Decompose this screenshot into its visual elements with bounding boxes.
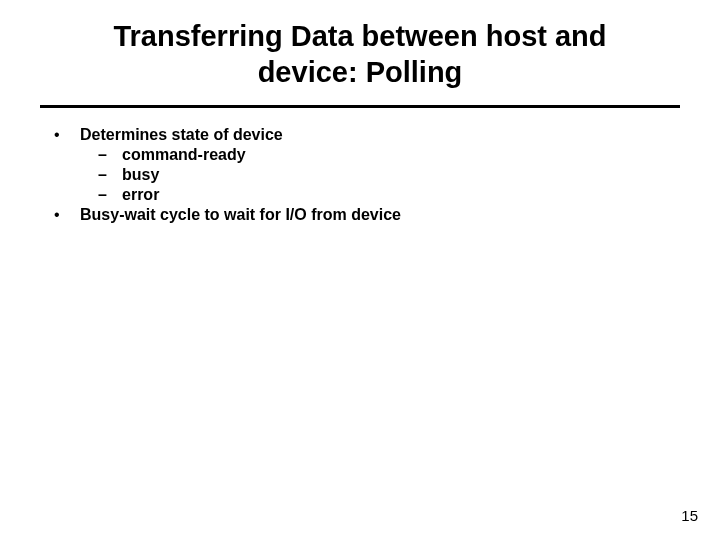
slide-content: • Determines state of device – command-r… xyxy=(40,126,680,224)
sub-bullet-text: command-ready xyxy=(122,146,246,164)
page-number: 15 xyxy=(681,507,698,524)
slide: Transferring Data between host and devic… xyxy=(0,0,720,540)
sub-bullet-item: – busy xyxy=(54,166,680,184)
dash-marker-icon: – xyxy=(98,166,122,184)
sub-bullet-text: error xyxy=(122,186,159,204)
sub-bullet-item: – command-ready xyxy=(54,146,680,164)
slide-title: Transferring Data between host and devic… xyxy=(40,18,680,105)
bullet-text: Busy-wait cycle to wait for I/O from dev… xyxy=(80,206,401,224)
bullet-marker-icon: • xyxy=(54,206,80,224)
bullet-text: Determines state of device xyxy=(80,126,283,144)
sub-bullet-text: busy xyxy=(122,166,159,184)
dash-marker-icon: – xyxy=(98,146,122,164)
bullet-item: • Determines state of device xyxy=(54,126,680,144)
bullet-item: • Busy-wait cycle to wait for I/O from d… xyxy=(54,206,680,224)
bullet-marker-icon: • xyxy=(54,126,80,144)
title-divider xyxy=(40,105,680,108)
sub-bullet-item: – error xyxy=(54,186,680,204)
dash-marker-icon: – xyxy=(98,186,122,204)
